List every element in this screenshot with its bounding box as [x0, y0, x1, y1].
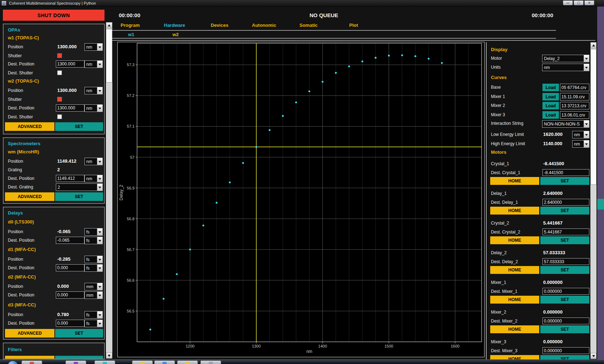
data-point [216, 202, 218, 203]
dest-position-input[interactable] [56, 291, 84, 299]
tab-plot[interactable]: Plot [349, 23, 358, 28]
scrollbar-thumb[interactable] [106, 29, 112, 83]
position-label: Position [8, 257, 23, 262]
motor-dest-input[interactable] [542, 199, 589, 206]
units-value: nm [85, 44, 97, 50]
set-button[interactable]: SET [540, 325, 589, 333]
motor-value: 5.441667 [543, 220, 562, 226]
units-value: fs [85, 237, 97, 244]
home-button[interactable]: HOME [490, 355, 539, 359]
motor-dest-label: Dest. Mixer_2 [491, 319, 517, 324]
set-button[interactable]: SET [540, 177, 589, 185]
data-point [295, 102, 297, 103]
dest-position-input[interactable] [56, 237, 84, 244]
units-dropdown[interactable]: fs [84, 264, 103, 272]
set-button[interactable] [55, 356, 103, 359]
home-button[interactable]: HOME [490, 177, 539, 185]
left-scrollbar[interactable] [106, 22, 112, 359]
motor-dest-input[interactable] [542, 288, 589, 295]
taskbar-app-button[interactable] [132, 360, 153, 364]
dest-shutter-checkbox[interactable] [57, 114, 62, 119]
set-button[interactable]: SET [540, 207, 589, 215]
home-button[interactable]: HOME [490, 325, 539, 333]
motor-name: Delay_2 [491, 250, 507, 255]
dest-position-input[interactable] [56, 104, 84, 112]
right-scrollbar[interactable] [590, 42, 596, 359]
set-button[interactable]: SET [540, 296, 589, 304]
units-value: mm [85, 283, 97, 290]
set-button[interactable]: SET [540, 236, 589, 244]
units-value: nm [85, 61, 97, 68]
position-value: -0.285 [57, 256, 70, 262]
advanced-button[interactable]: ADVANCED [5, 192, 54, 201]
units-dropdown[interactable]: nm [84, 175, 103, 182]
tuning-curve-plot[interactable]: 1200130014001500160056.556.656.756.856.9… [118, 42, 484, 357]
dest-position-input[interactable] [56, 175, 84, 182]
motor-dest-input[interactable] [542, 258, 589, 265]
set-button[interactable]: SET [540, 266, 589, 274]
home-button[interactable]: HOME [490, 207, 539, 215]
tab-somatic[interactable]: Somatic [299, 23, 318, 28]
units-dropdown[interactable]: fs [84, 237, 103, 244]
tab-program[interactable]: Program [121, 23, 140, 28]
taskbar-app-button[interactable] [65, 360, 86, 364]
units-dropdown[interactable]: mm [84, 291, 103, 299]
taskbar-app-button[interactable] [154, 360, 175, 364]
dest-position-input[interactable] [56, 60, 84, 68]
taskbar-app-button[interactable] [21, 360, 42, 364]
units-dropdown[interactable]: fs [84, 311, 103, 319]
shutdown-button[interactable]: SHUT DOWN [3, 10, 104, 21]
units-dropdown[interactable]: nm [84, 87, 103, 94]
set-button[interactable]: SET [540, 355, 589, 359]
advanced-button[interactable] [5, 356, 54, 359]
dest-position-input[interactable] [56, 320, 84, 327]
desktop-widget-fragment [597, 199, 604, 210]
scroll-down-icon[interactable] [106, 353, 112, 359]
maximize-button[interactable]: ▢ [574, 0, 584, 5]
taskbar-app-button[interactable] [200, 360, 221, 364]
motor-dest-input[interactable] [542, 169, 589, 176]
taskbar-app-button[interactable] [177, 360, 198, 364]
subtab-w1[interactable]: w1 [128, 32, 134, 37]
units-dropdown[interactable]: nm [84, 158, 103, 165]
units-value: fs [85, 265, 97, 271]
taskbar-app-button[interactable] [94, 360, 115, 364]
motor-dest-input[interactable] [542, 228, 589, 235]
units-dropdown[interactable]: nm [84, 104, 103, 112]
tab-autonomic[interactable]: Autonomic [252, 23, 276, 28]
motor-dest-input[interactable] [542, 318, 589, 324]
scrollbar-thumb[interactable] [590, 49, 596, 185]
scroll-down-icon[interactable] [590, 353, 596, 359]
start-button[interactable] [8, 360, 18, 364]
scroll-up-icon[interactable] [106, 22, 112, 28]
home-button[interactable]: HOME [490, 266, 539, 274]
scroll-up-icon[interactable] [590, 42, 596, 48]
plot-figure[interactable]: 1200130014001500160056.556.656.756.856.9… [117, 42, 484, 357]
minimize-button[interactable]: — [563, 0, 573, 5]
units-dropdown[interactable]: mm [84, 283, 103, 290]
subtab-w2[interactable]: w2 [172, 32, 179, 37]
dest-position-label: Dest. Position [8, 238, 34, 243]
home-button[interactable]: HOME [490, 296, 539, 304]
units-dropdown[interactable]: fs [84, 320, 103, 327]
units-dropdown[interactable]: nm [84, 43, 103, 51]
y-tick-label: 56.7 [127, 247, 135, 252]
close-button[interactable]: ✕ [584, 0, 594, 5]
units-dropdown[interactable]: fs [84, 228, 103, 236]
data-point [348, 65, 350, 67]
set-button[interactable]: SET [55, 329, 103, 338]
units-dropdown[interactable]: nm [84, 60, 103, 68]
home-button[interactable]: HOME [490, 236, 539, 244]
units-dropdown[interactable]: fs [84, 256, 103, 263]
tab-devices[interactable]: Devices [211, 23, 228, 28]
advanced-button[interactable]: ADVANCED [5, 329, 54, 338]
advanced-button[interactable]: ADVANCED [5, 122, 54, 131]
set-button[interactable]: SET [55, 192, 103, 201]
dest-shutter-checkbox[interactable] [57, 70, 62, 75]
tab-hardware[interactable]: Hardware [164, 23, 185, 28]
data-point [269, 129, 271, 131]
dest-grating-dropdown[interactable]: 2 [56, 183, 103, 191]
set-button[interactable]: SET [55, 122, 103, 131]
dest-position-input[interactable] [56, 264, 84, 271]
motor-dest-input[interactable] [542, 347, 589, 354]
